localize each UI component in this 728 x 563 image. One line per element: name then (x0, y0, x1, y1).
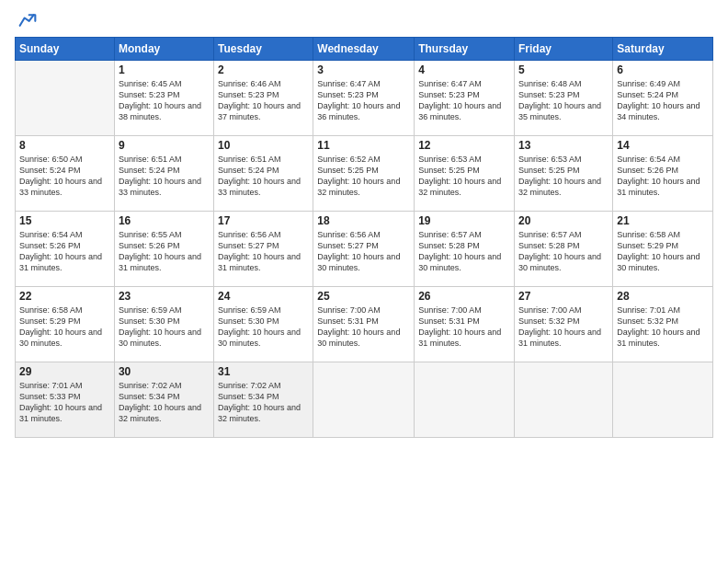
day-info: Sunrise: 6:58 AMSunset: 5:29 PMDaylight:… (617, 229, 709, 274)
day-number: 4 (418, 63, 510, 76)
day-info: Sunrise: 6:56 AMSunset: 5:27 PMDaylight:… (218, 229, 309, 274)
calendar-cell: 17 Sunrise: 6:56 AMSunset: 5:27 PMDaylig… (214, 212, 313, 287)
calendar-cell: 2 Sunrise: 6:46 AMSunset: 5:23 PMDayligh… (214, 61, 313, 136)
day-number: 1 (119, 63, 210, 76)
calendar-cell (515, 362, 613, 438)
day-info: Sunrise: 6:47 AMSunset: 5:23 PMDaylight:… (317, 78, 410, 123)
calendar-week-4: 29 Sunrise: 7:01 AMSunset: 5:33 PMDaylig… (16, 362, 713, 438)
col-header-thursday: Thursday (415, 38, 515, 61)
day-info: Sunrise: 6:48 AMSunset: 5:23 PMDaylight:… (518, 78, 609, 123)
day-number: 14 (617, 139, 709, 152)
day-number: 25 (317, 290, 410, 303)
calendar-week-3: 22 Sunrise: 6:58 AMSunset: 5:29 PMDaylig… (16, 287, 713, 362)
day-info: Sunrise: 6:56 AMSunset: 5:27 PMDaylight:… (317, 229, 410, 274)
calendar-cell: 28 Sunrise: 7:01 AMSunset: 5:32 PMDaylig… (613, 287, 713, 362)
day-info: Sunrise: 6:57 AMSunset: 5:28 PMDaylight:… (518, 229, 609, 274)
day-number: 11 (317, 139, 410, 152)
day-info: Sunrise: 7:02 AMSunset: 5:34 PMDaylight:… (119, 380, 210, 425)
col-header-monday: Monday (114, 38, 213, 61)
day-info: Sunrise: 6:47 AMSunset: 5:23 PMDaylight:… (418, 78, 510, 123)
day-number: 21 (617, 214, 709, 227)
day-number: 24 (218, 290, 309, 303)
calendar-week-0: 1 Sunrise: 6:45 AMSunset: 5:23 PMDayligh… (16, 61, 713, 136)
calendar-cell: 26 Sunrise: 7:00 AMSunset: 5:31 PMDaylig… (415, 287, 515, 362)
day-number: 27 (518, 290, 609, 303)
day-info: Sunrise: 6:55 AMSunset: 5:26 PMDaylight:… (119, 229, 210, 274)
day-number: 10 (218, 139, 309, 152)
calendar-cell: 16 Sunrise: 6:55 AMSunset: 5:26 PMDaylig… (114, 212, 213, 287)
calendar-cell (16, 61, 115, 136)
day-info: Sunrise: 6:58 AMSunset: 5:29 PMDaylight:… (19, 304, 110, 350)
logo-icon (18, 11, 37, 29)
calendar-cell: 1 Sunrise: 6:45 AMSunset: 5:23 PMDayligh… (114, 61, 213, 136)
calendar-cell: 14 Sunrise: 6:54 AMSunset: 5:26 PMDaylig… (613, 136, 713, 212)
day-number: 8 (19, 139, 110, 152)
day-info: Sunrise: 6:54 AMSunset: 5:26 PMDaylight:… (617, 154, 709, 199)
day-info: Sunrise: 6:59 AMSunset: 5:30 PMDaylight:… (119, 304, 210, 350)
header (15, 11, 713, 29)
day-info: Sunrise: 6:46 AMSunset: 5:23 PMDaylight:… (218, 78, 309, 123)
day-info: Sunrise: 6:51 AMSunset: 5:24 PMDaylight:… (119, 154, 210, 199)
calendar-week-2: 15 Sunrise: 6:54 AMSunset: 5:26 PMDaylig… (16, 212, 713, 287)
col-header-sunday: Sunday (16, 38, 115, 61)
day-info: Sunrise: 7:02 AMSunset: 5:34 PMDaylight:… (218, 380, 309, 425)
day-info: Sunrise: 7:00 AMSunset: 5:32 PMDaylight:… (518, 304, 609, 350)
col-header-friday: Friday (515, 38, 613, 61)
day-info: Sunrise: 6:51 AMSunset: 5:24 PMDaylight:… (218, 154, 309, 199)
day-number: 18 (317, 214, 410, 227)
calendar-cell: 20 Sunrise: 6:57 AMSunset: 5:28 PMDaylig… (515, 212, 613, 287)
calendar-cell: 21 Sunrise: 6:58 AMSunset: 5:29 PMDaylig… (613, 212, 713, 287)
calendar-cell: 11 Sunrise: 6:52 AMSunset: 5:25 PMDaylig… (313, 136, 415, 212)
day-number: 17 (218, 214, 309, 227)
calendar-cell: 13 Sunrise: 6:53 AMSunset: 5:25 PMDaylig… (515, 136, 613, 212)
col-header-saturday: Saturday (613, 38, 713, 61)
calendar-cell: 22 Sunrise: 6:58 AMSunset: 5:29 PMDaylig… (16, 287, 115, 362)
day-info: Sunrise: 6:50 AMSunset: 5:24 PMDaylight:… (19, 154, 110, 199)
day-info: Sunrise: 6:54 AMSunset: 5:26 PMDaylight:… (19, 229, 110, 274)
logo (15, 11, 40, 29)
day-number: 15 (19, 214, 110, 227)
day-info: Sunrise: 7:00 AMSunset: 5:31 PMDaylight:… (418, 304, 510, 350)
day-info: Sunrise: 7:00 AMSunset: 5:31 PMDaylight:… (317, 304, 410, 350)
day-number: 9 (119, 139, 210, 152)
calendar-cell: 31 Sunrise: 7:02 AMSunset: 5:34 PMDaylig… (214, 362, 313, 438)
calendar-week-1: 8 Sunrise: 6:50 AMSunset: 5:24 PMDayligh… (16, 136, 713, 212)
day-number: 13 (518, 139, 609, 152)
calendar-cell: 12 Sunrise: 6:53 AMSunset: 5:25 PMDaylig… (415, 136, 515, 212)
calendar-cell: 6 Sunrise: 6:49 AMSunset: 5:24 PMDayligh… (613, 61, 713, 136)
day-info: Sunrise: 6:49 AMSunset: 5:24 PMDaylight:… (617, 78, 709, 123)
col-header-tuesday: Tuesday (214, 38, 313, 61)
day-number: 6 (617, 63, 709, 76)
calendar-cell: 8 Sunrise: 6:50 AMSunset: 5:24 PMDayligh… (16, 136, 115, 212)
calendar-cell (313, 362, 415, 438)
day-number: 3 (317, 63, 410, 76)
calendar-cell: 25 Sunrise: 7:00 AMSunset: 5:31 PMDaylig… (313, 287, 415, 362)
day-number: 31 (218, 365, 309, 378)
calendar-cell: 27 Sunrise: 7:00 AMSunset: 5:32 PMDaylig… (515, 287, 613, 362)
calendar-cell: 3 Sunrise: 6:47 AMSunset: 5:23 PMDayligh… (313, 61, 415, 136)
calendar-cell: 5 Sunrise: 6:48 AMSunset: 5:23 PMDayligh… (515, 61, 613, 136)
day-info: Sunrise: 7:01 AMSunset: 5:33 PMDaylight:… (19, 380, 110, 425)
calendar-cell: 29 Sunrise: 7:01 AMSunset: 5:33 PMDaylig… (16, 362, 115, 438)
calendar-cell: 15 Sunrise: 6:54 AMSunset: 5:26 PMDaylig… (16, 212, 115, 287)
day-info: Sunrise: 6:59 AMSunset: 5:30 PMDaylight:… (218, 304, 309, 350)
day-info: Sunrise: 6:57 AMSunset: 5:28 PMDaylight:… (418, 229, 510, 274)
day-info: Sunrise: 6:53 AMSunset: 5:25 PMDaylight:… (418, 154, 510, 199)
day-info: Sunrise: 6:52 AMSunset: 5:25 PMDaylight:… (317, 154, 410, 199)
day-number: 16 (119, 214, 210, 227)
calendar-cell: 23 Sunrise: 6:59 AMSunset: 5:30 PMDaylig… (114, 287, 213, 362)
calendar-cell (613, 362, 713, 438)
day-info: Sunrise: 7:01 AMSunset: 5:32 PMDaylight:… (617, 304, 709, 350)
calendar-cell: 19 Sunrise: 6:57 AMSunset: 5:28 PMDaylig… (415, 212, 515, 287)
calendar: SundayMondayTuesdayWednesdayThursdayFrid… (15, 37, 713, 438)
day-number: 2 (218, 63, 309, 76)
day-info: Sunrise: 6:53 AMSunset: 5:25 PMDaylight:… (518, 154, 609, 199)
day-number: 12 (418, 139, 510, 152)
day-number: 22 (19, 290, 110, 303)
day-number: 28 (617, 290, 709, 303)
day-number: 19 (418, 214, 510, 227)
day-number: 30 (119, 365, 210, 378)
calendar-cell: 10 Sunrise: 6:51 AMSunset: 5:24 PMDaylig… (214, 136, 313, 212)
calendar-cell: 9 Sunrise: 6:51 AMSunset: 5:24 PMDayligh… (114, 136, 213, 212)
day-number: 5 (518, 63, 609, 76)
